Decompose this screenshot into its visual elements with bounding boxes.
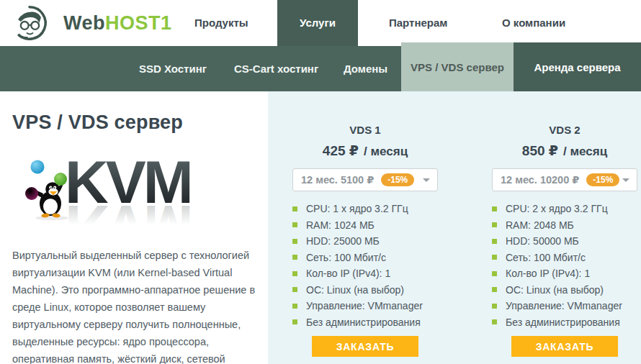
discount-badge: -15% (586, 173, 619, 186)
term-select-vds1[interactable]: 12 мес. 5100 ₽ -15% (292, 168, 438, 191)
feature-text: Без администрирования (506, 317, 620, 328)
feature-text: RAM: 1024 МБ (306, 219, 375, 231)
kvm-logo-text: KVM (65, 153, 191, 216)
feature-text: Без администрирования (306, 317, 421, 328)
feature-text: Кол-во IP (IPv4): 1 (506, 268, 590, 279)
chevron-down-icon (423, 178, 430, 182)
kvm-tux-illustration: KVM KVM (20, 153, 205, 237)
subnav-item-ssd-hosting[interactable]: SSD Хостинг (139, 46, 207, 91)
feature-text: RAM: 2048 МБ (506, 219, 574, 231)
tux-shadow (35, 216, 68, 220)
chevron-down-icon (622, 178, 629, 182)
brand-name: WebHOST1 (63, 12, 172, 35)
square-bullet-icon (492, 287, 497, 292)
topnav-item-products[interactable]: Продукты (194, 0, 248, 46)
plan-name: VDS 1 (292, 124, 438, 136)
magenta-ball (25, 187, 38, 200)
square-bullet-icon (492, 222, 497, 227)
square-bullet-icon (492, 255, 497, 260)
page: WebHOST1 Продукты Услуги Партнерам О ком… (0, 0, 641, 364)
feature-text: ОС: Linux (на выбор) (306, 284, 404, 296)
feature-list: CPU: 1 x ядро 3.2 ГГц RAM: 1024 МБ HDD: … (292, 201, 438, 330)
feature-item: Без администрирования (492, 314, 637, 331)
feature-text: Управление: VMmanager (506, 300, 622, 311)
feature-item: Сеть: 100 Мбит/с (292, 250, 438, 266)
feature-text: Управление: VMmanager (306, 300, 423, 311)
subnav-item-server-rent[interactable]: Аренда сервера (514, 42, 641, 91)
square-bullet-icon (492, 271, 497, 276)
square-bullet-icon (292, 271, 297, 276)
feature-text: Сеть: 100 Мбит/с (306, 252, 386, 263)
square-bullet-icon (292, 239, 297, 244)
feature-text: CPU: 2 x ядро 3.2 ГГц (506, 203, 608, 214)
square-bullet-icon (492, 239, 497, 244)
feature-item: HDD: 25000 МБ (292, 233, 438, 250)
feature-item: ОС: Linux (на выбор) (492, 282, 637, 299)
feature-item: Кол-во IP (IPv4): 1 (492, 265, 637, 282)
square-bullet-icon (292, 287, 297, 292)
main-content: VPS / VDS сервер (0, 91, 641, 364)
tux-penguin (32, 182, 64, 219)
feature-item: ОС: Linux (на выбор) (292, 282, 438, 299)
feature-item: Управление: VMmanager (292, 298, 438, 314)
plan-card-vds2: VDS 2 850 ₽/ месяц 12 мес. 10200 ₽ -15% … (492, 91, 637, 357)
feature-item: CPU: 2 x ядро 3.2 ГГц (492, 201, 637, 217)
square-bullet-icon (492, 319, 497, 324)
feature-item: CPU: 1 x ядро 3.2 ГГц (292, 201, 438, 217)
plan-card-vds1: VDS 1 425 ₽/ месяц 12 мес. 5100 ₽ -15% C… (292, 91, 438, 357)
feature-item: HDD: 50000 МБ (492, 233, 637, 250)
page-title: VPS / VDS сервер (12, 112, 183, 134)
plan-name: VDS 2 (492, 124, 637, 136)
feature-list: CPU: 2 x ядро 3.2 ГГц RAM: 2048 МБ HDD: … (492, 201, 637, 330)
subnav-item-domains[interactable]: Домены (344, 46, 387, 91)
webhost1-logo[interactable]: WebHOST1 (9, 2, 172, 44)
webhost1-face-icon (9, 2, 50, 44)
kvm-description: Виртуальный выделенный сервер с технолог… (12, 247, 270, 364)
topnav-item-about[interactable]: О компании (502, 0, 565, 46)
feature-text: Сеть: 100 Мбит/с (506, 252, 586, 263)
services-subnav: SSD Хостинг CS-Cart хостинг Домены VPS /… (0, 46, 641, 91)
feature-item: Управление: VMmanager (492, 298, 637, 314)
square-bullet-icon (292, 304, 297, 309)
order-button-vds2[interactable]: ЗАКАЗАТЬ (511, 336, 618, 357)
topnav-item-partners[interactable]: Партнерам (389, 0, 447, 46)
term-option-label: 12 мес. 10200 ₽ (501, 174, 579, 186)
order-button-vds1[interactable]: ЗАКАЗАТЬ (312, 336, 418, 357)
price-value: 850 ₽ (522, 143, 558, 158)
price-value: 425 ₽ (323, 143, 359, 158)
square-bullet-icon (292, 222, 297, 227)
feature-item: Сеть: 100 Мбит/с (492, 250, 637, 266)
feature-item: Кол-во IP (IPv4): 1 (292, 265, 438, 282)
feature-text: CPU: 1 x ядро 3.2 ГГц (306, 203, 408, 214)
feature-text: ОС: Linux (на выбор) (506, 284, 604, 296)
blue-ball (31, 160, 45, 174)
price-period: / месяц (563, 145, 607, 158)
brand-name-suffix: HOST1 (105, 12, 172, 34)
feature-item: Без администрирования (292, 314, 438, 331)
term-option-label: 12 мес. 5100 ₽ (301, 174, 374, 186)
term-select-vds2[interactable]: 12 мес. 10200 ₽ -15% (492, 168, 637, 191)
square-bullet-icon (292, 255, 297, 260)
header: WebHOST1 Продукты Услуги Партнерам О ком… (0, 0, 641, 46)
plan-price: 850 ₽/ месяц (492, 142, 637, 159)
intro-panel: VPS / VDS сервер (0, 91, 268, 364)
square-bullet-icon (492, 304, 497, 309)
topnav-item-services-active[interactable]: Услуги (277, 0, 358, 46)
plan-price: 425 ₽/ месяц (292, 142, 438, 159)
subnav-item-cscart-hosting[interactable]: CS-Cart хостинг (234, 46, 318, 91)
feature-item: RAM: 2048 МБ (492, 217, 637, 234)
discount-badge: -15% (381, 173, 414, 186)
feature-text: Кол-во IP (IPv4): 1 (306, 268, 390, 279)
feature-text: HDD: 25000 МБ (306, 235, 380, 247)
feature-item: RAM: 1024 МБ (292, 217, 438, 234)
square-bullet-icon (492, 206, 497, 211)
green-ball (54, 173, 67, 186)
square-bullet-icon (292, 206, 297, 211)
pricing-panel: VDS 1 425 ₽/ месяц 12 мес. 5100 ₽ -15% C… (268, 91, 641, 364)
price-period: / месяц (364, 145, 408, 158)
brand-name-prefix: Web (63, 12, 105, 34)
square-bullet-icon (292, 319, 297, 324)
feature-text: HDD: 50000 МБ (506, 235, 579, 247)
subnav-item-vps-vds-active[interactable]: VPS / VDS сервер (401, 42, 514, 91)
